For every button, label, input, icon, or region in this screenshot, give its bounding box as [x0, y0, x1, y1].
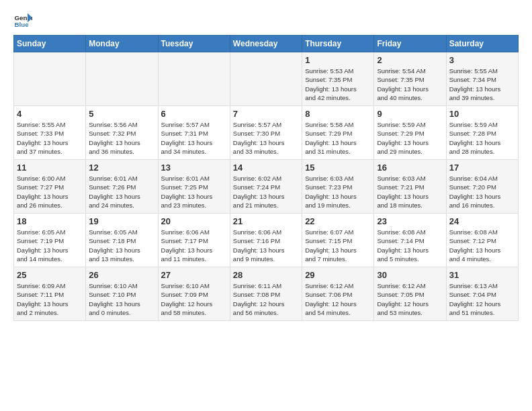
calendar-cell: 28Sunrise: 6:11 AM Sunset: 7:08 PM Dayli… — [230, 267, 302, 321]
calendar-cell — [230, 52, 302, 106]
calendar-cell: 7Sunrise: 5:57 AM Sunset: 7:30 PM Daylig… — [230, 106, 302, 160]
header: General Blue — [13, 11, 519, 30]
day-info: Sunrise: 6:12 AM Sunset: 7:06 PM Dayligh… — [305, 281, 371, 317]
day-info: Sunrise: 6:08 AM Sunset: 7:14 PM Dayligh… — [377, 228, 443, 263]
calendar-cell: 13Sunrise: 6:01 AM Sunset: 7:25 PM Dayli… — [158, 160, 230, 214]
day-info: Sunrise: 6:02 AM Sunset: 7:24 PM Dayligh… — [233, 174, 299, 210]
day-number: 14 — [233, 163, 299, 173]
weekday-header-sunday: Sunday — [14, 36, 86, 52]
day-info: Sunrise: 5:57 AM Sunset: 7:30 PM Dayligh… — [233, 120, 299, 156]
weekday-header-row: SundayMondayTuesdayWednesdayThursdayFrid… — [14, 36, 519, 52]
weekday-header-monday: Monday — [86, 36, 158, 52]
day-number: 30 — [377, 270, 443, 280]
day-info: Sunrise: 5:55 AM Sunset: 7:34 PM Dayligh… — [449, 66, 515, 102]
day-number: 31 — [449, 270, 515, 280]
calendar-cell — [14, 52, 86, 106]
calendar-cell: 18Sunrise: 6:05 AM Sunset: 7:19 PM Dayli… — [14, 214, 86, 267]
day-info: Sunrise: 6:08 AM Sunset: 7:12 PM Dayligh… — [449, 228, 515, 263]
calendar-cell: 1Sunrise: 5:53 AM Sunset: 7:35 PM Daylig… — [302, 52, 374, 106]
weekday-header-wednesday: Wednesday — [230, 36, 302, 52]
day-number: 29 — [305, 270, 371, 280]
day-number: 10 — [449, 109, 515, 119]
calendar-cell: 25Sunrise: 6:09 AM Sunset: 7:11 PM Dayli… — [14, 267, 86, 321]
day-number: 25 — [17, 270, 83, 280]
calendar-cell: 8Sunrise: 5:58 AM Sunset: 7:29 PM Daylig… — [302, 106, 374, 160]
day-number: 12 — [89, 163, 154, 173]
day-number: 8 — [305, 109, 371, 119]
day-info: Sunrise: 6:01 AM Sunset: 7:25 PM Dayligh… — [161, 174, 227, 210]
day-info: Sunrise: 6:13 AM Sunset: 7:04 PM Dayligh… — [449, 281, 515, 317]
day-info: Sunrise: 5:55 AM Sunset: 7:33 PM Dayligh… — [17, 120, 83, 156]
calendar-cell: 12Sunrise: 6:01 AM Sunset: 7:26 PM Dayli… — [86, 160, 158, 214]
day-number: 9 — [377, 109, 443, 119]
day-info: Sunrise: 5:54 AM Sunset: 7:35 PM Dayligh… — [377, 66, 443, 102]
day-number: 5 — [89, 109, 154, 119]
day-info: Sunrise: 5:59 AM Sunset: 7:28 PM Dayligh… — [449, 120, 515, 156]
calendar-cell: 4Sunrise: 5:55 AM Sunset: 7:33 PM Daylig… — [14, 106, 86, 160]
day-number: 6 — [161, 109, 227, 119]
day-number: 11 — [17, 163, 83, 173]
calendar-cell: 24Sunrise: 6:08 AM Sunset: 7:12 PM Dayli… — [446, 214, 518, 267]
day-number: 26 — [89, 270, 154, 280]
weekday-header-friday: Friday — [374, 36, 446, 52]
day-number: 22 — [305, 216, 371, 226]
calendar-week-row: 1Sunrise: 5:53 AM Sunset: 7:35 PM Daylig… — [14, 52, 519, 106]
day-number: 20 — [161, 216, 227, 226]
day-info: Sunrise: 6:00 AM Sunset: 7:27 PM Dayligh… — [17, 174, 83, 210]
calendar-cell: 10Sunrise: 5:59 AM Sunset: 7:28 PM Dayli… — [446, 106, 518, 160]
calendar-cell: 17Sunrise: 6:04 AM Sunset: 7:20 PM Dayli… — [446, 160, 518, 214]
logo-icon: General Blue — [13, 11, 32, 30]
day-info: Sunrise: 6:03 AM Sunset: 7:21 PM Dayligh… — [377, 174, 443, 210]
day-number: 28 — [233, 270, 299, 280]
day-info: Sunrise: 6:03 AM Sunset: 7:23 PM Dayligh… — [305, 174, 371, 210]
day-info: Sunrise: 5:58 AM Sunset: 7:29 PM Dayligh… — [305, 120, 371, 156]
day-number: 2 — [377, 55, 443, 65]
calendar-cell: 20Sunrise: 6:06 AM Sunset: 7:17 PM Dayli… — [158, 214, 230, 267]
day-number: 1 — [305, 55, 371, 65]
calendar-cell: 21Sunrise: 6:06 AM Sunset: 7:16 PM Dayli… — [230, 214, 302, 267]
calendar-cell: 22Sunrise: 6:07 AM Sunset: 7:15 PM Dayli… — [302, 214, 374, 267]
calendar-header: SundayMondayTuesdayWednesdayThursdayFrid… — [14, 36, 519, 52]
calendar-cell: 16Sunrise: 6:03 AM Sunset: 7:21 PM Dayli… — [374, 160, 446, 214]
calendar-cell: 5Sunrise: 5:56 AM Sunset: 7:32 PM Daylig… — [86, 106, 158, 160]
calendar-cell: 29Sunrise: 6:12 AM Sunset: 7:06 PM Dayli… — [302, 267, 374, 321]
day-number: 27 — [161, 270, 227, 280]
weekday-header-tuesday: Tuesday — [158, 36, 230, 52]
day-info: Sunrise: 6:09 AM Sunset: 7:11 PM Dayligh… — [17, 281, 83, 317]
calendar-week-row: 18Sunrise: 6:05 AM Sunset: 7:19 PM Dayli… — [14, 214, 519, 267]
weekday-header-saturday: Saturday — [446, 36, 518, 52]
calendar-cell: 30Sunrise: 6:12 AM Sunset: 7:05 PM Dayli… — [374, 267, 446, 321]
calendar-week-row: 25Sunrise: 6:09 AM Sunset: 7:11 PM Dayli… — [14, 267, 519, 321]
day-number: 4 — [17, 109, 83, 119]
day-number: 18 — [17, 216, 83, 226]
calendar-body: 1Sunrise: 5:53 AM Sunset: 7:35 PM Daylig… — [14, 52, 519, 321]
day-info: Sunrise: 6:10 AM Sunset: 7:09 PM Dayligh… — [161, 281, 227, 317]
calendar-cell: 23Sunrise: 6:08 AM Sunset: 7:14 PM Dayli… — [374, 214, 446, 267]
day-info: Sunrise: 6:06 AM Sunset: 7:17 PM Dayligh… — [161, 228, 227, 263]
day-info: Sunrise: 6:01 AM Sunset: 7:26 PM Dayligh… — [89, 174, 154, 210]
calendar-cell: 27Sunrise: 6:10 AM Sunset: 7:09 PM Dayli… — [158, 267, 230, 321]
calendar-week-row: 4Sunrise: 5:55 AM Sunset: 7:33 PM Daylig… — [14, 106, 519, 160]
calendar-week-row: 11Sunrise: 6:00 AM Sunset: 7:27 PM Dayli… — [14, 160, 519, 214]
day-info: Sunrise: 6:07 AM Sunset: 7:15 PM Dayligh… — [305, 228, 371, 263]
calendar-cell — [86, 52, 158, 106]
calendar-cell: 31Sunrise: 6:13 AM Sunset: 7:04 PM Dayli… — [446, 267, 518, 321]
logo: General Blue — [13, 11, 35, 30]
day-info: Sunrise: 6:11 AM Sunset: 7:08 PM Dayligh… — [233, 281, 299, 317]
calendar-cell: 6Sunrise: 5:57 AM Sunset: 7:31 PM Daylig… — [158, 106, 230, 160]
day-number: 23 — [377, 216, 443, 226]
day-info: Sunrise: 5:53 AM Sunset: 7:35 PM Dayligh… — [305, 66, 371, 102]
calendar-table: SundayMondayTuesdayWednesdayThursdayFrid… — [13, 35, 519, 321]
day-number: 21 — [233, 216, 299, 226]
calendar-cell: 26Sunrise: 6:10 AM Sunset: 7:10 PM Dayli… — [86, 267, 158, 321]
day-info: Sunrise: 6:10 AM Sunset: 7:10 PM Dayligh… — [89, 281, 154, 317]
day-info: Sunrise: 5:57 AM Sunset: 7:31 PM Dayligh… — [161, 120, 227, 156]
calendar-cell: 14Sunrise: 6:02 AM Sunset: 7:24 PM Dayli… — [230, 160, 302, 214]
calendar-cell: 9Sunrise: 5:59 AM Sunset: 7:29 PM Daylig… — [374, 106, 446, 160]
calendar-cell: 11Sunrise: 6:00 AM Sunset: 7:27 PM Dayli… — [14, 160, 86, 214]
day-number: 24 — [449, 216, 515, 226]
day-number: 13 — [161, 163, 227, 173]
day-number: 7 — [233, 109, 299, 119]
calendar-cell — [158, 52, 230, 106]
day-number: 16 — [377, 163, 443, 173]
